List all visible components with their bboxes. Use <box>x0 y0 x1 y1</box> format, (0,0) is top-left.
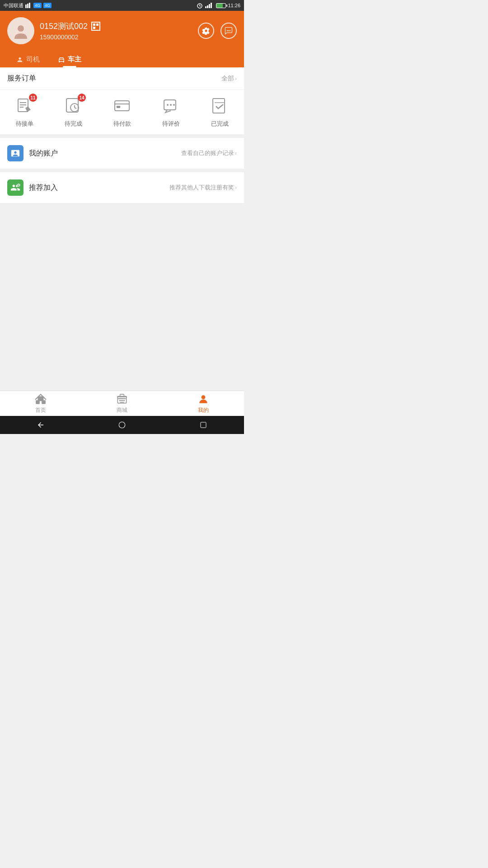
svg-rect-7 <box>207 5 208 8</box>
svg-line-5 <box>200 6 201 6</box>
order-pending[interactable]: 11 待接单 <box>0 96 49 128</box>
person-icon <box>13 23 29 39</box>
car-icon <box>58 56 65 63</box>
svg-point-10 <box>18 25 24 32</box>
carrier-label: 中国联通 <box>4 2 23 9</box>
svg-point-12 <box>228 30 229 31</box>
svg-point-26 <box>167 104 169 106</box>
review-icon <box>161 96 181 116</box>
svg-rect-29 <box>213 99 225 113</box>
shop-icon <box>116 393 128 405</box>
svg-rect-37 <box>117 396 127 403</box>
recents-button[interactable] <box>198 420 208 430</box>
chat-icon <box>225 27 233 35</box>
svg-point-27 <box>170 104 172 106</box>
svg-rect-6 <box>205 6 206 8</box>
header-actions <box>198 23 237 39</box>
pending-label: 待接单 <box>16 120 33 128</box>
username-label: 0152测试002 <box>40 21 88 32</box>
svg-point-28 <box>173 104 175 106</box>
driver-icon <box>16 56 23 63</box>
service-orders-section: 服务订单 全部 › 11 待接单 <box>0 67 244 134</box>
service-orders-header: 服务订单 全部 › <box>0 67 244 90</box>
referral-chevron: › <box>235 184 237 191</box>
tab-driver-label: 司机 <box>26 55 40 64</box>
tab-owner-label: 车主 <box>68 55 81 64</box>
status-right: 11:26 <box>196 2 240 9</box>
svg-point-39 <box>202 395 206 399</box>
signal-icon <box>205 3 214 8</box>
order-ongoing[interactable]: 14 待完成 <box>49 96 98 128</box>
recents-icon <box>200 421 207 429</box>
status-bar: 中国联通 4G 4G 11:26 <box>0 0 244 11</box>
user-details: 0152测试002 15900000002 <box>40 21 198 41</box>
tab-owner[interactable]: 车主 <box>49 51 90 67</box>
back-button[interactable] <box>36 420 46 430</box>
messages-button[interactable] <box>221 23 237 39</box>
svg-point-11 <box>227 30 228 31</box>
nav-shop[interactable]: 商城 <box>81 391 163 416</box>
back-icon <box>37 421 45 429</box>
tab-driver[interactable]: 司机 <box>7 51 49 67</box>
service-orders-title: 服务订单 <box>7 74 36 83</box>
ongoing-label: 待完成 <box>65 120 82 128</box>
svg-point-41 <box>119 422 125 428</box>
svg-rect-18 <box>66 99 78 112</box>
svg-rect-2 <box>29 3 30 8</box>
4g-label: 4G <box>33 3 42 8</box>
chevron-right: › <box>235 75 237 82</box>
svg-rect-22 <box>115 101 129 111</box>
wifi-icon <box>25 3 32 8</box>
account-icon-wrap <box>7 145 23 161</box>
svg-rect-1 <box>27 4 28 8</box>
refer-icon-wrap <box>7 179 23 196</box>
order-done[interactable]: 已完成 <box>195 96 244 128</box>
status-left: 中国联通 4G 4G <box>4 2 52 9</box>
home-icon <box>35 393 47 405</box>
referral-item[interactable]: 推荐加入 推荐其他人下载注册有奖 › <box>0 172 244 203</box>
nav-mine[interactable]: 我的 <box>163 391 244 416</box>
home-sys-icon <box>118 421 126 429</box>
svg-rect-9 <box>211 3 212 8</box>
bottom-navigation: 首页 商城 我的 <box>0 391 244 416</box>
battery-icon <box>216 3 226 8</box>
role-tabs: 司机 车主 <box>7 51 237 67</box>
ongoing-badge: 14 <box>78 94 86 102</box>
review-label: 待评价 <box>162 120 180 128</box>
avatar[interactable] <box>7 17 34 44</box>
mine-icon <box>197 393 209 405</box>
alarm-icon <box>196 2 203 9</box>
settings-button[interactable] <box>198 23 214 39</box>
settings-icon <box>202 27 210 35</box>
nav-home-label: 首页 <box>35 406 46 414</box>
referral-title: 推荐加入 <box>29 183 169 193</box>
svg-point-13 <box>230 30 230 31</box>
nav-home[interactable]: 首页 <box>0 391 81 416</box>
account-title: 我的账户 <box>29 149 181 158</box>
view-all-link[interactable]: 全部 › <box>221 75 237 83</box>
system-nav-bar <box>0 416 244 434</box>
done-icon <box>210 96 230 116</box>
pending-badge: 11 <box>29 94 37 102</box>
main-content: 服务订单 全部 › 11 待接单 <box>0 67 244 333</box>
empty-space <box>0 207 244 333</box>
home-button[interactable] <box>117 420 127 430</box>
account-icon <box>10 148 20 158</box>
payment-label: 待付款 <box>113 120 131 128</box>
time-label: 11:26 <box>228 3 240 8</box>
username-row: 0152测试002 <box>40 21 198 32</box>
account-chevron: › <box>235 150 237 156</box>
my-account-item[interactable]: 我的账户 查看自己的账户记录 › <box>0 138 244 169</box>
qr-icon[interactable] <box>91 22 100 31</box>
order-review[interactable]: 待评价 <box>146 96 195 128</box>
svg-rect-42 <box>201 422 206 428</box>
svg-line-21 <box>75 108 76 108</box>
svg-rect-24 <box>117 106 120 108</box>
account-link: 查看自己的账户记录 › <box>181 149 237 157</box>
order-icons-row: 11 待接单 14 待完成 <box>0 90 244 134</box>
order-payment[interactable]: 待付款 <box>98 96 146 128</box>
4g-label2: 4G <box>43 3 52 8</box>
svg-rect-0 <box>25 5 27 8</box>
user-info-section: 0152测试002 15900000002 <box>7 17 198 44</box>
payment-icon <box>112 96 132 116</box>
